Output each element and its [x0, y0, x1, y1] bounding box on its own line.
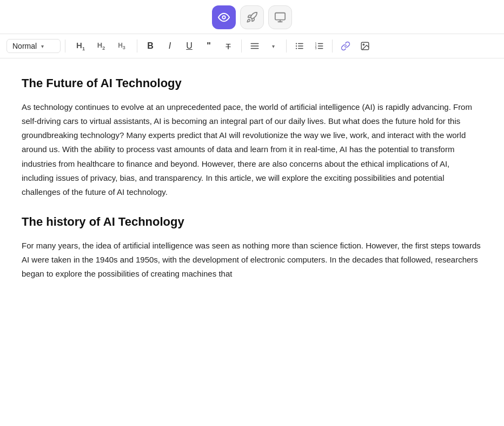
- image-button[interactable]: [356, 37, 374, 55]
- svg-point-10: [296, 43, 297, 44]
- eye-icon: [218, 11, 230, 23]
- toolbar: Normal ▾ H1 H2 H3 B I U " T: [0, 34, 504, 58]
- publish-button[interactable]: [240, 5, 264, 29]
- divider-2: [137, 40, 137, 53]
- clear-format-button[interactable]: T: [220, 37, 237, 55]
- svg-point-20: [363, 44, 364, 45]
- h1-button[interactable]: H1: [72, 37, 89, 55]
- underline-label: U: [186, 41, 193, 51]
- section-2-body: For many years, the idea of artificial i…: [22, 239, 482, 281]
- present-button[interactable]: [268, 5, 292, 29]
- bold-label: B: [147, 41, 154, 51]
- align-dropdown-button[interactable]: ▾: [264, 37, 282, 55]
- align-chevron-icon: ▾: [272, 43, 275, 49]
- ordered-list-icon: 1 2 3: [314, 41, 324, 51]
- italic-label: I: [169, 41, 171, 51]
- link-button[interactable]: [337, 37, 354, 55]
- h2-label: H2: [97, 41, 105, 51]
- quote-button[interactable]: ": [200, 37, 217, 55]
- unordered-list-button[interactable]: [291, 37, 308, 55]
- align-group: ▾: [246, 37, 282, 55]
- rocket-icon: [246, 11, 258, 23]
- underline-button[interactable]: U: [181, 37, 198, 55]
- quote-label: ": [207, 41, 211, 51]
- svg-text:3: 3: [315, 47, 317, 50]
- content-area: The Future of AI Technology As technolog…: [0, 58, 504, 318]
- divider-3: [241, 40, 242, 53]
- ordered-list-button[interactable]: 1 2 3: [310, 37, 328, 55]
- format-select-value: Normal: [12, 42, 37, 50]
- presentation-icon: [274, 11, 286, 23]
- h3-button[interactable]: H3: [113, 37, 130, 55]
- align-icon: [250, 41, 260, 51]
- chevron-down-icon: ▾: [41, 43, 44, 49]
- section-1-heading: The Future of AI Technology: [22, 76, 482, 91]
- divider-5: [332, 40, 333, 53]
- link-icon: [341, 41, 350, 51]
- italic-button[interactable]: I: [161, 37, 178, 55]
- clear-format-label: T: [226, 42, 230, 51]
- unordered-list-icon: [295, 41, 304, 51]
- h3-label: H3: [118, 42, 125, 50]
- svg-point-12: [296, 48, 297, 49]
- heading-group: H1 H2 H3: [72, 37, 130, 55]
- svg-rect-1: [275, 13, 285, 20]
- divider-4: [286, 40, 287, 53]
- section-2-heading: The history of AI Technology: [22, 214, 482, 230]
- preview-button[interactable]: [212, 5, 236, 29]
- divider-1: [65, 40, 65, 53]
- section-1-body: As technology continues to evolve at an …: [22, 100, 482, 200]
- format-select[interactable]: Normal ▾: [6, 39, 61, 53]
- h2-button[interactable]: H2: [92, 37, 110, 55]
- align-button[interactable]: [246, 37, 263, 55]
- top-icon-bar: [0, 0, 504, 34]
- h1-label: H1: [76, 41, 85, 51]
- image-icon: [360, 41, 370, 51]
- bold-button[interactable]: B: [142, 37, 159, 55]
- svg-point-11: [296, 45, 297, 47]
- svg-point-0: [222, 16, 226, 19]
